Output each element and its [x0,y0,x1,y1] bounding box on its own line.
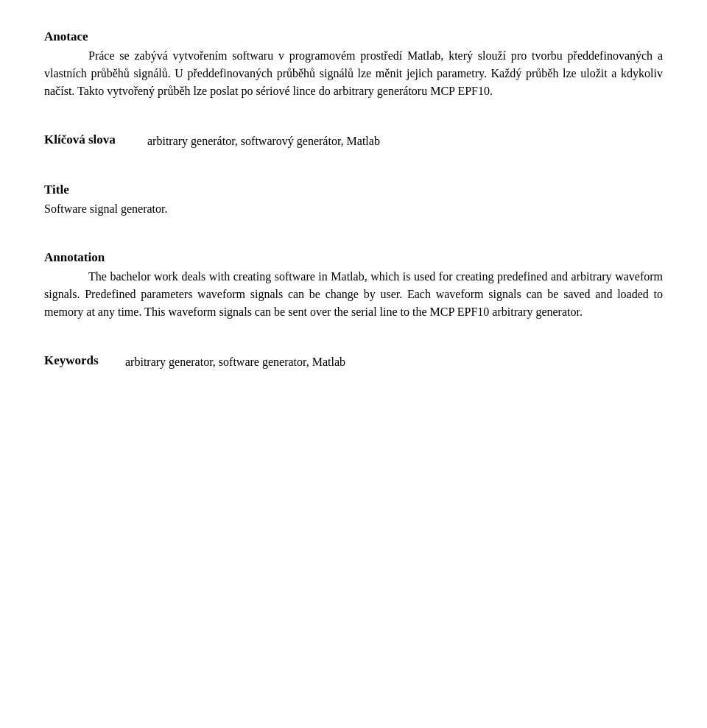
title-section: Title Software signal generator. [44,183,663,218]
anotace-paragraph: Práce se zabývá vytvořením softwaru v pr… [44,47,663,100]
keywords-section: Keywords arbitrary generator, software g… [44,353,663,371]
annotation-paragraph: The bachelor work deals with creating so… [44,268,663,321]
keywords-value: arbitrary generator, software generator,… [125,353,345,371]
keywords-heading: Keywords [44,353,125,368]
page: Anotace Práce se zabývá vytvořením softw… [0,0,707,728]
annotation-heading: Annotation [44,250,663,265]
title-value: Software signal generator. [44,200,663,218]
anotace-heading: Anotace [44,29,663,44]
klicova-slova-value: arbitrary generátor, softwarový generáto… [147,132,380,150]
klicova-slova-section: Klíčová slova arbitrary generátor, softw… [44,132,663,150]
anotace-section: Anotace Práce se zabývá vytvořením softw… [44,29,663,100]
annotation-section: Annotation The bachelor work deals with … [44,250,663,321]
title-heading: Title [44,183,663,197]
klicova-slova-heading: Klíčová slova [44,132,147,147]
